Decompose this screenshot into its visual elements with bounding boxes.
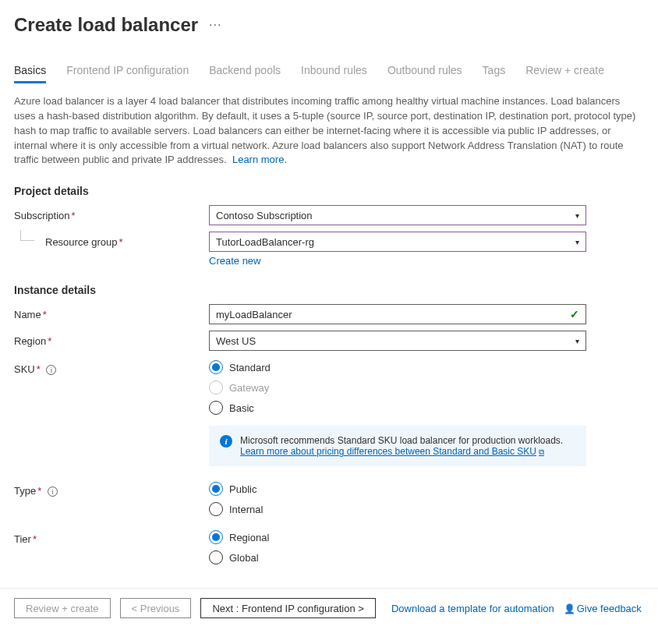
name-label: Name* <box>14 304 209 320</box>
sku-basic-radio[interactable]: Basic <box>209 401 586 415</box>
region-label: Region* <box>14 331 209 347</box>
check-icon: ✓ <box>570 308 579 320</box>
external-link-icon: ⧉ <box>539 448 544 456</box>
sku-standard-radio[interactable]: Standard <box>209 360 586 374</box>
sku-gateway-radio: Gateway <box>209 380 586 395</box>
info-icon[interactable]: i <box>48 487 58 497</box>
create-new-link[interactable]: Create new <box>209 255 260 267</box>
next-button[interactable]: Next : Frontend IP configuration > <box>200 598 376 618</box>
subscription-select[interactable]: Contoso Subscription ▾ <box>209 205 586 225</box>
download-template-link[interactable]: Download a template for automation <box>391 603 554 614</box>
resource-group-label: Resource group* <box>14 232 209 248</box>
description-text: Azure load balancer is a layer 4 load ba… <box>14 94 644 168</box>
tier-global-radio[interactable]: Global <box>209 550 586 564</box>
previous-button[interactable]: < Previous <box>120 598 192 618</box>
tier-regional-radio[interactable]: Regional <box>209 530 586 544</box>
region-select[interactable]: West US ▾ <box>209 331 586 351</box>
tab-review-create[interactable]: Review + create <box>525 64 604 83</box>
learn-more-link[interactable]: Learn more. <box>232 154 287 165</box>
sku-pricing-link[interactable]: Learn more about pricing differences bet… <box>240 446 544 457</box>
footer-bar: Review + create < Previous Next : Fronte… <box>0 588 658 628</box>
tab-inbound-rules[interactable]: Inbound rules <box>301 64 367 83</box>
tab-frontend-ip[interactable]: Frontend IP configuration <box>66 64 189 83</box>
resource-group-select[interactable]: TutorLoadBalancer-rg ▾ <box>209 232 586 252</box>
subscription-label: Subscription* <box>14 205 209 221</box>
sku-info-box: i Microsoft recommends Standard SKU load… <box>209 426 586 466</box>
name-input[interactable]: myLoadBalancer ✓ <box>209 304 586 324</box>
tab-tags[interactable]: Tags <box>483 64 506 83</box>
type-label: Type* i <box>14 480 209 497</box>
tab-backend-pools[interactable]: Backend pools <box>209 64 281 83</box>
sku-label: SKU* i <box>14 359 209 375</box>
review-create-button[interactable]: Review + create <box>14 598 111 618</box>
tier-label: Tier* <box>14 529 209 545</box>
info-icon: i <box>220 435 232 448</box>
chevron-down-icon: ▾ <box>575 211 579 220</box>
tab-outbound-rules[interactable]: Outbound rules <box>387 64 462 83</box>
project-details-heading: Project details <box>14 185 644 197</box>
more-icon[interactable]: ··· <box>209 18 221 32</box>
chevron-down-icon: ▾ <box>575 238 579 246</box>
tabs: Basics Frontend IP configuration Backend… <box>14 64 644 83</box>
info-icon[interactable]: i <box>46 365 56 375</box>
type-internal-radio[interactable]: Internal <box>209 502 586 516</box>
give-feedback-link[interactable]: 👤Give feedback <box>564 603 642 614</box>
chevron-down-icon: ▾ <box>575 337 579 345</box>
instance-details-heading: Instance details <box>14 284 644 296</box>
page-title: Create load balancer <box>14 14 198 36</box>
tab-basics[interactable]: Basics <box>14 64 46 83</box>
type-public-radio[interactable]: Public <box>209 482 586 496</box>
feedback-icon: 👤 <box>564 603 575 614</box>
